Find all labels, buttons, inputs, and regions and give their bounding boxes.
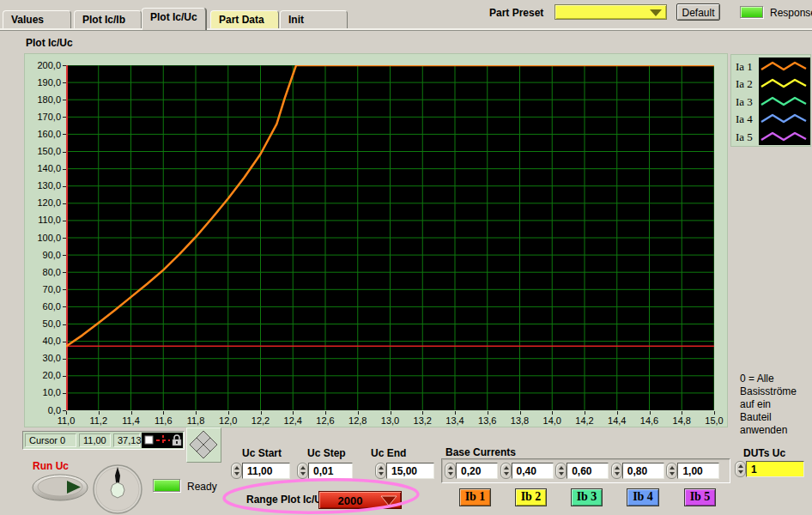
y-tick-label: 100,0 bbox=[25, 233, 61, 244]
y-tick-mark bbox=[63, 169, 66, 170]
tab-values[interactable]: Values bbox=[3, 10, 71, 28]
uc-step-spinner[interactable] bbox=[297, 463, 308, 479]
cursor-style-box[interactable] bbox=[142, 433, 183, 448]
base-current-1-input[interactable]: 0,20 bbox=[456, 463, 498, 479]
x-tick-label: 12,0 bbox=[214, 415, 243, 426]
tab-init[interactable]: Init bbox=[280, 10, 348, 28]
y-tick-mark bbox=[63, 342, 66, 342]
tab-plot-ic-uc[interactable]: Plot Ic/Uc bbox=[142, 8, 206, 30]
x-tick-label: 13,0 bbox=[376, 415, 405, 426]
legend-item-ia-3[interactable]: Ia 3 bbox=[736, 95, 753, 109]
x-tick-label: 13,6 bbox=[473, 415, 502, 426]
y-tick-mark bbox=[63, 306, 66, 307]
x-tick-label: 13,8 bbox=[506, 415, 535, 426]
duts-uc-input[interactable]: 1 bbox=[746, 461, 804, 477]
legend-item-ia-2[interactable]: Ia 2 bbox=[736, 77, 753, 91]
duts-uc-spinner[interactable] bbox=[735, 461, 746, 477]
cursor-x-value[interactable]: 11,00 bbox=[79, 433, 111, 447]
x-tick-mark bbox=[196, 411, 197, 415]
uc-step-input[interactable]: 0,01 bbox=[308, 463, 353, 479]
x-tick-label: 14,0 bbox=[537, 415, 567, 426]
x-tick-label: 11,6 bbox=[148, 415, 178, 426]
x-tick-mark bbox=[455, 411, 456, 415]
part-preset-dropdown[interactable] bbox=[554, 4, 667, 20]
base-current-1-spinner[interactable] bbox=[445, 463, 456, 479]
x-tick-mark bbox=[488, 411, 488, 415]
x-tick-label: 14,6 bbox=[635, 415, 664, 426]
y-tick-label: 160,0 bbox=[25, 129, 61, 140]
base-current-3-spinner[interactable] bbox=[555, 463, 567, 479]
knob-control[interactable] bbox=[90, 463, 145, 515]
y-tick-mark bbox=[63, 393, 66, 394]
x-tick-mark bbox=[714, 411, 715, 415]
y-tick-mark bbox=[63, 359, 66, 360]
ib-1-button[interactable]: Ib 1 bbox=[459, 488, 491, 506]
y-tick-label: 150,0 bbox=[25, 146, 61, 157]
x-tick-label: 12,6 bbox=[311, 415, 340, 426]
x-tick-mark bbox=[617, 411, 618, 415]
plot-area[interactable] bbox=[66, 65, 714, 410]
ib-4-button[interactable]: Ib 4 bbox=[627, 488, 659, 506]
response-label: Response bbox=[770, 7, 812, 19]
tab-plot-ic-ib[interactable]: Plot Ic/Ib bbox=[74, 10, 142, 28]
response-led bbox=[740, 6, 763, 18]
legend-line-sample bbox=[760, 77, 809, 89]
run-uc-label: Run Uc bbox=[33, 460, 69, 472]
base-current-3-input[interactable]: 0,60 bbox=[567, 463, 609, 479]
x-tick-label: 14,4 bbox=[603, 415, 632, 426]
cursor-name-field[interactable]: Cursor 0 bbox=[25, 433, 76, 447]
cursor-move-pad[interactable] bbox=[186, 427, 221, 463]
y-tick-label: 90,0 bbox=[25, 250, 61, 261]
base-current-4-spinner[interactable] bbox=[611, 463, 622, 479]
legend-item-ia-4[interactable]: Ia 4 bbox=[736, 112, 753, 126]
y-tick-label: 50,0 bbox=[25, 318, 61, 330]
uc-start-input[interactable]: 11,00 bbox=[242, 463, 290, 479]
y-tick-label: 20,0 bbox=[25, 370, 61, 381]
y-tick-mark bbox=[63, 134, 66, 135]
base-currents-panel: 0,200,400,600,801,00 bbox=[441, 458, 730, 483]
uc-end-input[interactable]: 15,00 bbox=[386, 463, 434, 479]
default-button[interactable]: Default bbox=[676, 3, 720, 21]
y-tick-label: 60,0 bbox=[25, 301, 61, 312]
y-tick-mark bbox=[63, 65, 66, 66]
y-tick-mark bbox=[63, 238, 66, 239]
chevron-down-icon[interactable] bbox=[650, 9, 662, 16]
part-preset-label: Part Preset bbox=[489, 7, 543, 19]
legend-line-sample bbox=[760, 130, 809, 142]
uc-end-label: Uc End bbox=[371, 447, 406, 459]
uc-start-spinner[interactable] bbox=[231, 463, 242, 479]
legend-item-ia-1[interactable]: Ia 1 bbox=[736, 60, 753, 74]
x-tick-label: 12,4 bbox=[278, 415, 307, 426]
base-current-2-input[interactable]: 0,40 bbox=[512, 463, 554, 479]
x-tick-mark bbox=[163, 411, 164, 415]
y-tick-label: 130,0 bbox=[25, 180, 61, 191]
base-current-2-spinner[interactable] bbox=[500, 463, 512, 479]
ib-5-button[interactable]: Ib 5 bbox=[684, 488, 716, 506]
cursor-y-value[interactable]: 37,13 bbox=[113, 433, 140, 447]
ib-3-button[interactable]: Ib 3 bbox=[571, 488, 603, 506]
y-tick-mark bbox=[63, 221, 66, 221]
x-tick-mark bbox=[650, 411, 651, 415]
y-tick-label: 120,0 bbox=[25, 197, 61, 209]
base-current-5-input[interactable]: 1,00 bbox=[677, 463, 719, 479]
x-tick-label: 12,8 bbox=[343, 415, 373, 426]
y-tick-label: 70,0 bbox=[25, 284, 61, 295]
x-tick-mark bbox=[325, 411, 326, 415]
crosshair-icon bbox=[156, 435, 170, 445]
lock-icon bbox=[173, 435, 181, 445]
x-tick-mark bbox=[585, 411, 585, 415]
range-plot-dropdown[interactable]: 2000 bbox=[318, 491, 402, 509]
legend-item-ia-5[interactable]: Ia 5 bbox=[736, 130, 753, 144]
tab-part-data[interactable]: Part Data bbox=[210, 10, 279, 28]
ib-2-button[interactable]: Ib 2 bbox=[515, 488, 547, 506]
uc-end-spinner[interactable] bbox=[375, 463, 386, 479]
y-tick-mark bbox=[63, 324, 66, 325]
y-tick-label: 80,0 bbox=[25, 267, 61, 278]
cursor-bar[interactable]: Cursor 0 11,00 37,13 bbox=[22, 431, 185, 450]
cursor-style-icon bbox=[145, 436, 153, 444]
base-current-4-input[interactable]: 0,80 bbox=[622, 463, 664, 479]
run-uc-button[interactable] bbox=[31, 473, 91, 502]
duts-uc-label: DUTs Uc bbox=[743, 447, 785, 459]
base-current-5-spinner[interactable] bbox=[666, 463, 677, 479]
range-plot-label: Range Plot Ic/Uc bbox=[246, 494, 328, 506]
